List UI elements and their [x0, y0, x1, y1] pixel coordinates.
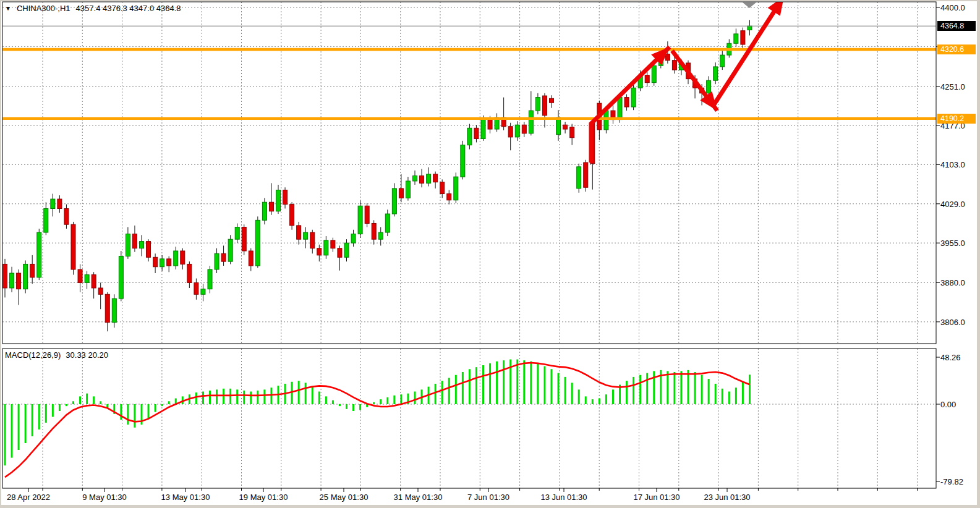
time-axis-label: 17 Jun 01:30 — [633, 493, 680, 502]
macd-axis-label: -79.82 — [940, 477, 963, 486]
macd-signal-line — [5, 363, 749, 477]
price-axis-label: 4103.0 — [940, 160, 965, 169]
time-axis-label: 28 Apr 2022 — [7, 493, 50, 502]
time-axis-label: 7 Jun 01:30 — [467, 493, 509, 502]
time-axis-label: 13 Jun 01:30 — [540, 493, 587, 502]
macd-values: 30.33 20.20 — [66, 350, 108, 360]
price-axis-label: 3806.0 — [940, 317, 965, 326]
time-axis-label: 31 May 01:30 — [394, 493, 443, 502]
time-axis-label: 9 May 01:30 — [82, 493, 127, 502]
price-axis-label: 4029.0 — [940, 199, 965, 208]
symbol-period-label: CHINA300-,H1 — [17, 4, 70, 13]
window-edge-left — [0, 0, 1, 508]
macd-axis-label: 0.00 — [940, 400, 956, 409]
chart-title: ▼ CHINA300-,H1 4357.4 4376.3 4347.0 4364… — [5, 4, 181, 13]
window-edge-right — [977, 0, 980, 508]
level-price-tag: 4320.6 — [937, 44, 976, 54]
price-axis-label: 3880.0 — [940, 278, 965, 287]
triangle-down-icon: ▼ — [5, 4, 11, 12]
ohlc-values: 4357.4 4376.3 4347.0 4364.8 — [76, 4, 181, 13]
price-axis-label: 4251.0 — [940, 82, 965, 91]
price-axis-label: 4400.0 — [940, 3, 965, 12]
macd-axis-label: 48.26 — [940, 353, 961, 362]
time-axis-label: 23 Jun 01:30 — [704, 493, 750, 502]
time-axis-label: 13 May 01:30 — [161, 493, 210, 502]
window-edge-bottom — [0, 505, 980, 508]
macd-layer — [5, 360, 749, 478]
chart-canvas[interactable] — [0, 0, 980, 508]
trading-chart-window: ▼ CHINA300-,H1 4357.4 4376.3 4347.0 4364… — [0, 0, 980, 508]
candlestick-layer — [3, 20, 752, 331]
time-axis-label: 25 May 01:30 — [320, 493, 369, 502]
level-lines — [2, 26, 936, 119]
current-price-tag: 4364.8 — [937, 21, 976, 31]
time-axis-label: 19 May 01:30 — [239, 493, 288, 502]
trend-arrows — [591, 0, 784, 163]
level-price-tag: 4190.2 — [937, 114, 976, 124]
price-axis-label: 3955.0 — [940, 239, 965, 248]
macd-indicator-label: MACD(12,26,9) 30.33 20.20 — [5, 350, 108, 360]
window-edge-top — [0, 0, 980, 1]
macd-name: MACD(12,26,9) — [5, 350, 61, 360]
